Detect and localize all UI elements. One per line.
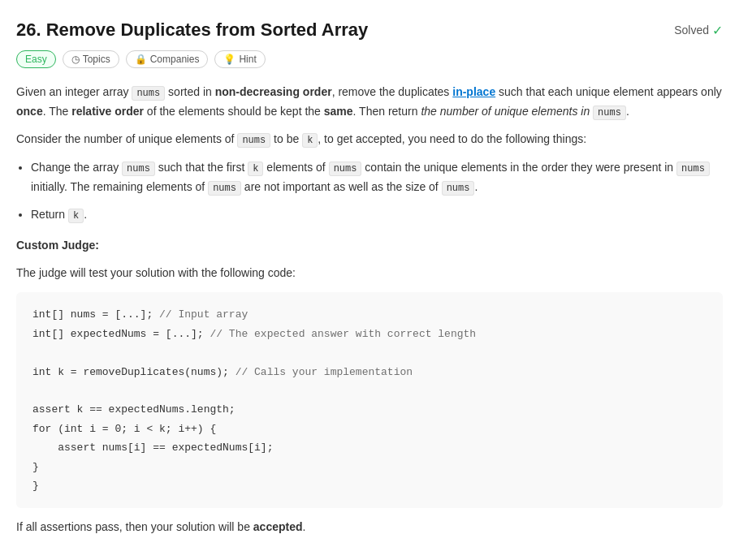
tags-row: Easy ◷ Topics 🔒 Companies 💡 Hint — [16, 50, 723, 68]
custom-judge-title: Custom Judge: — [16, 236, 723, 256]
tag-hint-label: Hint — [239, 54, 256, 65]
tag-companies-label: Companies — [150, 54, 200, 65]
code-nums-4: nums — [122, 162, 155, 176]
code-k-2: k — [248, 162, 263, 176]
footer-text: If all assertions pass, then your soluti… — [16, 518, 723, 537]
tag-companies[interactable]: 🔒 Companies — [126, 50, 209, 68]
hint-icon: 💡 — [223, 54, 236, 65]
solved-icon: ✓ — [712, 23, 723, 38]
code-block: int[] nums = [...]; // Input array int[]… — [16, 292, 723, 508]
code-nums-7: nums — [208, 181, 241, 196]
bullet-item-1: Change the array nums such that the firs… — [31, 158, 723, 197]
italic-return-text: the number of unique elements in — [421, 105, 590, 118]
code-nums-2: nums — [593, 106, 626, 120]
description-para1: Given an integer array nums sorted in no… — [16, 83, 723, 122]
code-k-1: k — [302, 133, 318, 148]
solved-badge: Solved ✓ — [674, 23, 723, 38]
code-nums-5: nums — [329, 162, 362, 176]
tag-easy[interactable]: Easy — [16, 50, 56, 68]
code-k-3: k — [68, 209, 84, 223]
judge-intro: The judge will test your solution with t… — [16, 264, 723, 283]
problem-description: Given an integer array nums sorted in no… — [16, 83, 723, 537]
tag-hint[interactable]: 💡 Hint — [214, 50, 265, 68]
bold-once: once — [16, 105, 43, 118]
accepted-label: accepted — [253, 520, 303, 533]
tag-topics-label: Topics — [83, 54, 110, 65]
code-nums-3: nums — [237, 133, 270, 148]
solved-label: Solved — [674, 24, 709, 37]
bold-same: same — [324, 105, 353, 118]
bold-relative-order: relative order — [71, 105, 144, 118]
code-line-1: int[] nums = [...]; // Input array int[]… — [32, 308, 476, 492]
title-row: 26. Remove Duplicates from Sorted Array … — [16, 19, 723, 41]
tag-topics[interactable]: ◷ Topics — [63, 50, 119, 68]
bullet-list: Change the array nums such that the firs… — [31, 158, 723, 224]
description-para2: Consider the number of unique elements o… — [16, 130, 723, 149]
topics-icon: ◷ — [71, 54, 80, 65]
code-nums-1: nums — [132, 86, 165, 101]
problem-title: 26. Remove Duplicates from Sorted Array — [16, 19, 368, 41]
bold-non-decreasing: non-decreasing order — [215, 85, 332, 98]
companies-icon: 🔒 — [135, 54, 147, 65]
bullet-item-2: Return k. — [31, 205, 723, 225]
link-in-place[interactable]: in-place — [452, 85, 495, 98]
code-nums-6: nums — [676, 162, 710, 176]
code-nums-8: nums — [442, 181, 475, 196]
